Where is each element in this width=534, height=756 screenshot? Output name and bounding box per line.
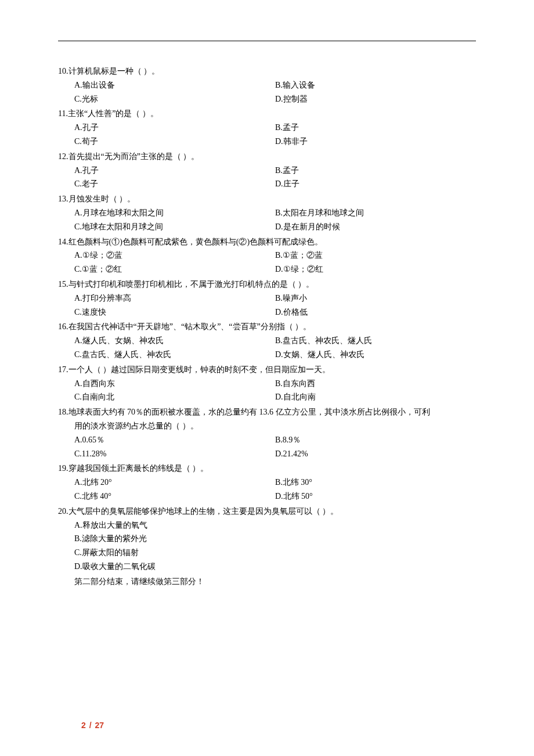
options-row: A.自西向东B.自东向西C.自南向北D.自北向南 (74, 377, 476, 405)
option: D.北纬 50° (275, 489, 476, 503)
question-stem: 11.主张“人性善”的是（ ）。 (58, 107, 476, 121)
option: D.控制器 (275, 92, 476, 106)
question-17: 17.一个人（ ）越过国际日期变更线时，钟表的时刻不变，但日期应加一天。A.自西… (58, 363, 476, 404)
option: B.8.9％ (275, 433, 476, 447)
section-end-note: 第二部分结束，请继续做第三部分！ (74, 575, 476, 589)
option: D.庄子 (275, 177, 476, 191)
option: C.速度快 (74, 305, 275, 319)
option: C.荀子 (74, 135, 275, 149)
question-stem: 13.月蚀发生时（ ）。 (58, 192, 476, 206)
option: A.①绿；②蓝 (74, 249, 275, 262)
option: D.①绿；②红 (275, 262, 476, 276)
options-row: A.燧人氏、女娲、神农氏B.盘古氏、神农氏、燧人氏C.盘古氏、燧人氏、神农氏D.… (74, 334, 476, 362)
question-15: 15.与针式打印机和喷墨打印机相比，不属于激光打印机特点的是（ ）。A.打印分辨… (58, 278, 476, 319)
question-stem: 14.红色颜料与(①)色颜料可配成紫色，黄色颜料与(②)色颜料可配成绿色。 (58, 235, 476, 249)
question-16: 16.在我国古代神话中“开天辟地”、“钻木取火”、“尝百草”分别指（ ）。A.燧… (58, 320, 476, 361)
option: A.燧人氏、女娲、神农氏 (74, 334, 275, 348)
question-stem: 20.大气层中的臭氧层能够保护地球上的生物，这主要是因为臭氧层可以（ ）。 (58, 505, 476, 519)
question-12: 12.首先提出“无为而治”主张的是（ ）。A.孔子B.孟子C.老子D.庄子 (58, 150, 476, 191)
question-stem: 19.穿越我国领土距离最长的纬线是（ ）。 (58, 462, 476, 476)
option: D.是在新月的时候 (275, 220, 476, 234)
option: B.自东向西 (275, 377, 476, 391)
question-stem: 18.地球表面大约有 70％的面积被水覆盖，水的总量约有 13.6 亿立方公里，… (58, 405, 476, 419)
option: A.月球在地球和太阳之间 (74, 206, 275, 220)
option: D.女娲、燧人氏、神农氏 (275, 348, 476, 362)
question-stem-cont: 用的淡水资源约占水总量的（ ）。 (74, 419, 476, 433)
options-row: A.孔子B.孟子C.荀子D.韩非子 (74, 121, 476, 149)
options-row: A.释放出大量的氧气B.滤除大量的紫外光C.屏蔽太阳的辐射D.吸收大量的二氧化碳 (74, 519, 476, 574)
option: C.老子 (74, 177, 275, 191)
option: D.吸收大量的二氧化碳 (74, 560, 476, 574)
option: A.释放出大量的氧气 (74, 519, 476, 532)
option: C.北纬 40° (74, 489, 275, 503)
options-row: A.①绿；②蓝B.①蓝；②蓝C.①蓝；②红D.①绿；②红 (74, 249, 476, 276)
exam-page: 10.计算机鼠标是一种（ ）。A.输出设备B.输入设备C.光标D.控制器11.主… (0, 0, 534, 756)
options-row: A.北纬 20°B.北纬 30°C.北纬 40°D.北纬 50° (74, 476, 476, 503)
question-18: 18.地球表面大约有 70％的面积被水覆盖，水的总量约有 13.6 亿立方公里，… (58, 405, 476, 460)
option: A.打印分辨率高 (74, 291, 275, 305)
option: C.11.28% (74, 447, 275, 461)
options-row: A.0.65％B.8.9％C.11.28%D.21.42% (74, 433, 476, 461)
question-stem: 15.与针式打印机和喷墨打印机相比，不属于激光打印机特点的是（ ）。 (58, 278, 476, 291)
option: B.滤除大量的紫外光 (74, 532, 476, 546)
option: C.①蓝；②红 (74, 262, 275, 276)
question-stem: 16.在我国古代神话中“开天辟地”、“钻木取火”、“尝百草”分别指（ ）。 (58, 320, 476, 334)
option: C.自南向北 (74, 390, 275, 404)
option: A.输出设备 (74, 78, 275, 92)
question-stem: 10.计算机鼠标是一种（ ）。 (58, 64, 476, 78)
page-total: 27 (95, 721, 104, 730)
option: C.屏蔽太阳的辐射 (74, 546, 476, 560)
option: C.盘古氏、燧人氏、神农氏 (74, 348, 275, 362)
page-sep: / (89, 721, 92, 730)
option: B.盘古氏、神农氏、燧人氏 (275, 334, 476, 348)
option: A.北纬 20° (74, 476, 275, 489)
question-14: 14.红色颜料与(①)色颜料可配成紫色，黄色颜料与(②)色颜料可配成绿色。A.①… (58, 235, 476, 276)
option: D.21.42% (275, 447, 476, 461)
options-row: A.孔子B.孟子C.老子D.庄子 (74, 164, 476, 192)
top-rule (58, 41, 476, 41)
option: B.输入设备 (275, 78, 476, 92)
option: B.北纬 30° (275, 476, 476, 489)
option: D.自北向南 (275, 390, 476, 404)
option: A.自西向东 (74, 377, 275, 391)
question-stem: 17.一个人（ ）越过国际日期变更线时，钟表的时刻不变，但日期应加一天。 (58, 363, 476, 377)
options-row: A.输出设备B.输入设备C.光标D.控制器 (74, 78, 476, 106)
options-row: A.月球在地球和太阳之间B.太阳在月球和地球之间C.地球在太阳和月球之间D.是在… (74, 206, 476, 234)
page-number: 2 / 27 (81, 719, 104, 733)
option: A.孔子 (74, 164, 275, 178)
question-13: 13.月蚀发生时（ ）。A.月球在地球和太阳之间B.太阳在月球和地球之间C.地球… (58, 192, 476, 233)
options-row: A.打印分辨率高B.噪声小C.速度快D.价格低 (74, 291, 476, 319)
option: D.价格低 (275, 305, 476, 319)
option: D.韩非子 (275, 135, 476, 149)
question-19: 19.穿越我国领土距离最长的纬线是（ ）。A.北纬 20°B.北纬 30°C.北… (58, 462, 476, 503)
option: C.地球在太阳和月球之间 (74, 220, 275, 234)
option: C.光标 (74, 92, 275, 106)
option: B.①蓝；②蓝 (275, 249, 476, 262)
question-10: 10.计算机鼠标是一种（ ）。A.输出设备B.输入设备C.光标D.控制器 (58, 64, 476, 106)
option: B.孟子 (275, 121, 476, 135)
option: B.孟子 (275, 164, 476, 178)
question-20: 20.大气层中的臭氧层能够保护地球上的生物，这主要是因为臭氧层可以（ ）。A.释… (58, 505, 476, 574)
question-11: 11.主张“人性善”的是（ ）。A.孔子B.孟子C.荀子D.韩非子 (58, 107, 476, 148)
option: B.太阳在月球和地球之间 (275, 206, 476, 220)
option: A.孔子 (74, 121, 275, 135)
page-current: 2 (81, 721, 86, 730)
question-stem: 12.首先提出“无为而治”主张的是（ ）。 (58, 150, 476, 164)
questions-container: 10.计算机鼠标是一种（ ）。A.输出设备B.输入设备C.光标D.控制器11.主… (58, 64, 476, 574)
option: A.0.65％ (74, 433, 275, 447)
option: B.噪声小 (275, 291, 476, 305)
